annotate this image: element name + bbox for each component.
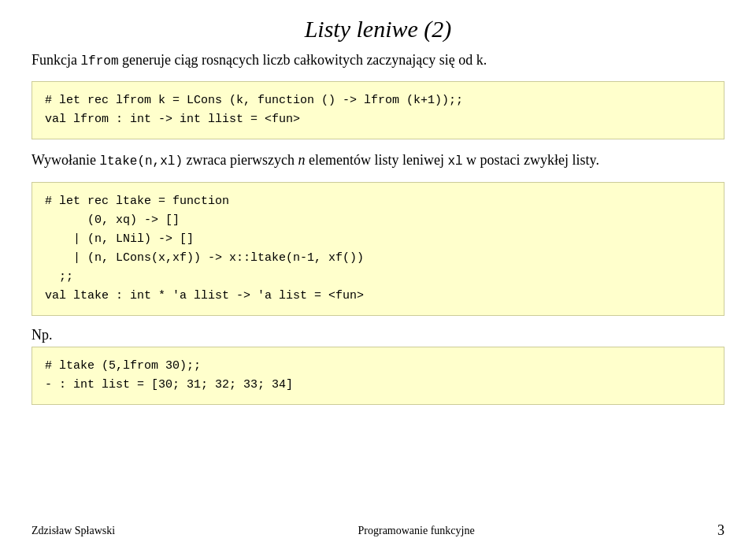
slide-title: Listy leniwe (2) [32, 16, 724, 43]
footer-title: Programowanie funkcyjne [358, 525, 475, 537]
code-block-3-content: # ltake (5,lfrom 30);; - : int list = [3… [45, 357, 711, 395]
code-block-1: # let rec lfrom k = LCons (k, function (… [32, 81, 724, 139]
body-text-before: Wywołanie [32, 152, 99, 168]
page-container: Listy leniwe (2) Funkcja lfrom generuje … [0, 0, 756, 553]
intro-text-before: Funkcja [32, 52, 81, 68]
body-text-middle: zwraca pierwszych [183, 152, 298, 168]
intro-paragraph: Funkcja lfrom generuje ciąg rosnących li… [32, 50, 724, 70]
body-text-middle2: elementów listy leniwej [305, 152, 447, 168]
intro-code-lfrom: lfrom [81, 54, 119, 69]
body-code-xl: xl [447, 154, 462, 169]
body-code-ltake: ltake(n,xl) [99, 154, 183, 169]
code-block-3: # ltake (5,lfrom 30);; - : int list = [3… [32, 347, 724, 405]
footer-author: Zdzisław Spławski [32, 525, 115, 537]
code-block-2: # let rec ltake = function (0, xq) -> []… [32, 182, 724, 316]
intro-text-after: generuje ciąg rosnących liczb całkowityc… [119, 52, 487, 68]
footer: Zdzisław Spławski Programowanie funkcyjn… [0, 522, 756, 539]
code-block-1-content: # let rec lfrom k = LCons (k, function (… [45, 91, 711, 129]
footer-page-number: 3 [717, 522, 724, 539]
body-paragraph-1: Wywołanie ltake(n,xl) zwraca pierwszych … [32, 150, 724, 170]
np-label: Np. [32, 327, 724, 343]
body-text-after: w postaci zwykłej listy. [463, 152, 599, 168]
code-block-2-content: # let rec ltake = function (0, xq) -> []… [45, 192, 711, 306]
